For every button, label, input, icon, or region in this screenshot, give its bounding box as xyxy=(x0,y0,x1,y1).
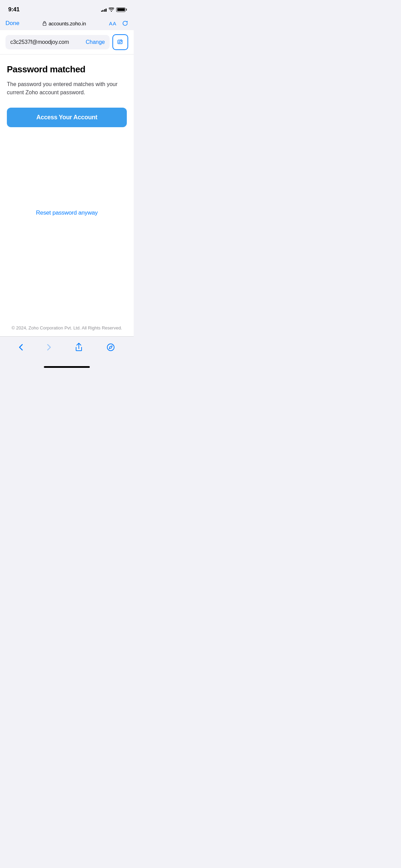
svg-rect-0 xyxy=(43,23,46,26)
password-matched-title: Password matched xyxy=(7,64,127,75)
url-bar: accounts.zoho.in xyxy=(24,21,105,26)
middle-spacer xyxy=(0,127,134,203)
content-area: Password matched The password you entere… xyxy=(0,55,134,127)
signal-icon xyxy=(101,8,107,12)
email-row: c3c2537f@moodjoy.com Change xyxy=(0,30,134,55)
font-size-button[interactable]: AA xyxy=(109,21,117,26)
wifi-icon xyxy=(109,8,114,12)
url-text: accounts.zoho.in xyxy=(49,21,86,26)
status-time: 9:41 xyxy=(8,6,20,13)
home-indicator xyxy=(0,364,134,371)
compose-button[interactable] xyxy=(112,34,128,50)
reset-password-link[interactable]: Reset password anyway xyxy=(36,209,98,216)
home-indicator-bar xyxy=(44,366,90,368)
lock-icon xyxy=(42,21,47,26)
bottom-navigation xyxy=(0,336,134,364)
browser-actions: AA xyxy=(109,20,128,26)
email-field: c3c2537f@moodjoy.com Change xyxy=(5,35,110,49)
browser-bar: Done accounts.zoho.in AA xyxy=(0,17,134,30)
footer: © 2024, Zoho Corporation Pvt. Ltd. All R… xyxy=(0,319,134,336)
svg-point-2 xyxy=(107,344,114,351)
back-button[interactable] xyxy=(16,341,26,353)
status-icons xyxy=(101,8,126,12)
done-button[interactable]: Done xyxy=(5,20,20,27)
status-bar: 9:41 xyxy=(0,0,134,17)
compass-button[interactable] xyxy=(104,340,118,354)
bottom-spacer xyxy=(0,223,134,319)
password-description: The password you entered matches with yo… xyxy=(7,80,127,97)
svg-rect-1 xyxy=(118,40,122,44)
battery-icon xyxy=(116,8,125,12)
compose-icon xyxy=(117,39,123,45)
share-button[interactable] xyxy=(72,340,85,354)
reset-section: Reset password anyway xyxy=(0,203,134,223)
main-content: c3c2537f@moodjoy.com Change Password mat… xyxy=(0,30,134,336)
reload-icon[interactable] xyxy=(122,20,128,26)
change-button[interactable]: Change xyxy=(86,39,105,45)
footer-text: © 2024, Zoho Corporation Pvt. Ltd. All R… xyxy=(12,325,122,330)
email-display: c3c2537f@moodjoy.com xyxy=(10,39,69,45)
forward-button[interactable] xyxy=(44,341,54,353)
access-account-button[interactable]: Access Your Account xyxy=(7,108,127,127)
